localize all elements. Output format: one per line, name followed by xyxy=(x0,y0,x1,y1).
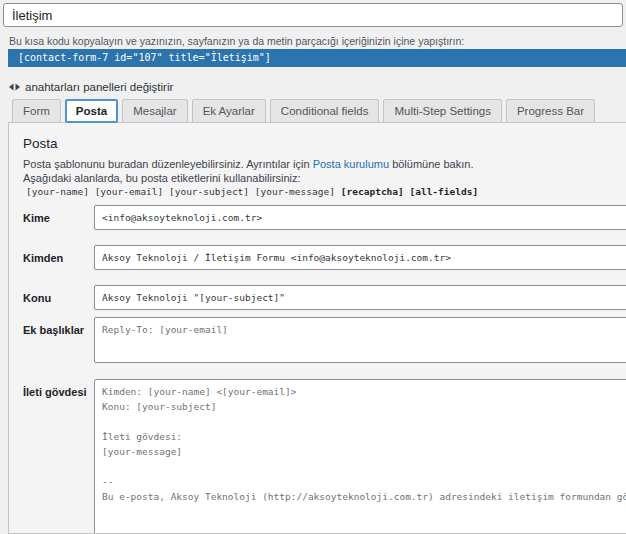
switch-panels-note: anahtarları panelleri değiştirir xyxy=(9,81,626,93)
form-title-input[interactable] xyxy=(3,3,623,27)
left-right-arrows-icon xyxy=(9,83,20,91)
to-input[interactable] xyxy=(94,205,626,230)
to-label: Kime xyxy=(23,205,94,230)
panel-tabs: Form Posta Mesajlar Ek Ayarlar Condition… xyxy=(12,99,626,123)
tab-conditional-fields[interactable]: Conditional fields xyxy=(270,99,380,123)
intro-text-before: Posta şablonunu buradan düzenleyebilirsi… xyxy=(23,158,313,170)
tab-form[interactable]: Form xyxy=(12,99,61,123)
tab-additional-settings[interactable]: Ek Ayarlar xyxy=(192,99,266,123)
message-body-textarea[interactable]: Kimden: [your-name] <[your-email]> Konu:… xyxy=(94,379,626,534)
additional-headers-label: Ek başlıklar xyxy=(23,317,94,365)
field-row-message-body: İleti gövdesi Kimden: [your-name] <[your… xyxy=(23,379,626,534)
tab-messages[interactable]: Mesajlar xyxy=(122,99,187,123)
intro-text-after: bölümüne bakın. xyxy=(389,158,473,170)
shortcode-box[interactable]: [contact-form-7 id="107" title="İletişim… xyxy=(8,49,626,67)
from-label: Kimden xyxy=(23,245,94,270)
mail-fields: Kime Kimden Konu Ek başlıklar Reply-To: … xyxy=(23,205,626,534)
tab-mail[interactable]: Posta xyxy=(65,99,118,123)
switch-panels-note-label: anahtarları panelleri değiştirir xyxy=(25,81,173,93)
field-row-additional-headers: Ek başlıklar Reply-To: [your-email] xyxy=(23,317,626,365)
tab-progress-bar[interactable]: Progress Bar xyxy=(506,99,595,123)
shortcode-instruction: Bu kısa kodu kopyalayın ve yazınızın, sa… xyxy=(9,36,626,47)
mail-tags-bold: [recaptcha] [all-fields] xyxy=(341,186,478,197)
message-body-label: İleti gövdesi xyxy=(23,379,94,534)
mail-tags-regular: [your-name] [your-email] [your-subject] … xyxy=(26,186,335,197)
mail-tags-list: [your-name] [your-email] [your-subject] … xyxy=(26,185,626,199)
tab-multi-step-settings[interactable]: Multi-Step Settings xyxy=(383,99,502,123)
mail-panel-heading: Posta xyxy=(23,136,626,152)
mail-setup-link[interactable]: Posta kurulumu xyxy=(313,158,389,170)
mail-panel: Posta Posta şablonunu buradan düzenleyeb… xyxy=(8,122,626,534)
mail-tags-hint: Aşağıdaki alanlarda, bu posta etiketleri… xyxy=(23,171,626,185)
field-row-from: Kimden xyxy=(23,245,626,270)
subject-input[interactable] xyxy=(94,285,626,310)
from-input[interactable] xyxy=(94,245,626,270)
field-row-subject: Konu xyxy=(23,285,626,310)
additional-headers-textarea[interactable]: Reply-To: [your-email] xyxy=(94,317,626,363)
subject-label: Konu xyxy=(23,285,94,310)
cf7-mail-settings-page: { "page": { "title_value": "İletişim", "… xyxy=(0,0,626,534)
field-row-to: Kime xyxy=(23,205,626,230)
mail-panel-intro: Posta şablonunu buradan düzenleyebilirsi… xyxy=(23,157,626,171)
